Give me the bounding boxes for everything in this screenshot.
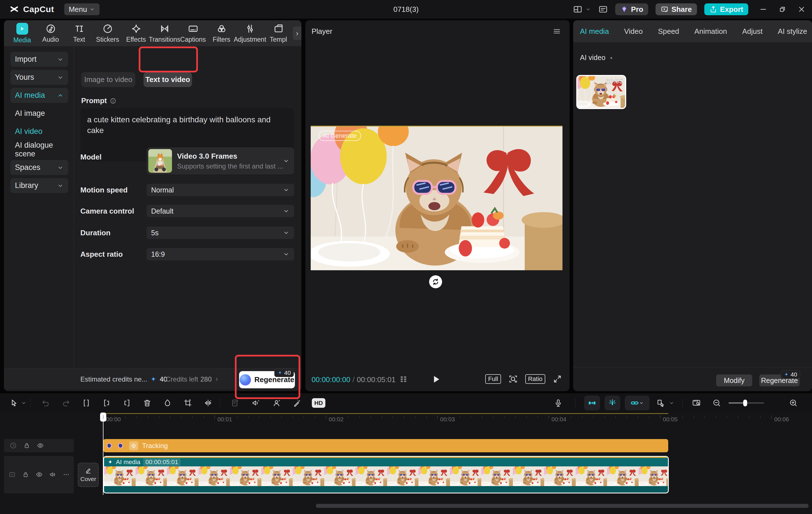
inspector-tab-ai-media[interactable]: AI media <box>580 27 609 36</box>
undo-button[interactable] <box>39 397 52 409</box>
cover-button[interactable]: Cover <box>78 463 99 487</box>
media-tab-effects[interactable]: Effects <box>122 23 150 43</box>
notes-panel-icon[interactable] <box>598 4 608 14</box>
inspector-tab-video[interactable]: Video <box>624 27 643 36</box>
cover-label: Cover <box>80 476 96 482</box>
ruler-minor-tick <box>638 416 638 418</box>
delete-button[interactable] <box>141 397 153 409</box>
sidebar-item-import[interactable]: Import <box>10 52 68 67</box>
menu-button[interactable]: Menu <box>64 3 99 15</box>
hd-enhance-button[interactable]: HD <box>312 398 325 408</box>
redo-button[interactable] <box>60 397 72 409</box>
inspector-tab-adjust[interactable]: Adjust <box>742 27 762 36</box>
mask-button[interactable] <box>161 397 174 409</box>
model-select[interactable]: Video 3.0 Frames Supports setting the fi… <box>147 147 294 175</box>
layout-panels-icon[interactable] <box>573 4 582 14</box>
split-keep-right-button[interactable] <box>121 397 133 409</box>
link-chevron-icon[interactable] <box>639 400 644 405</box>
speaker-icon[interactable] <box>49 471 56 478</box>
ai-video-thumbnail[interactable]: 00:05 <box>576 75 626 109</box>
ai-character-button[interactable] <box>271 397 283 409</box>
video-preview[interactable]: AI Generate <box>311 126 562 270</box>
camera-control-select[interactable]: Default <box>147 205 294 217</box>
export-button[interactable]: Export <box>704 3 748 15</box>
mirror-flip-button[interactable] <box>202 397 214 409</box>
zoom-slider-thumb[interactable] <box>743 400 747 406</box>
media-tab-audio[interactable]: Audio <box>36 23 65 43</box>
full-button[interactable]: Full <box>485 374 501 384</box>
restore-window-icon[interactable] <box>778 5 787 13</box>
eye-icon[interactable] <box>35 471 43 478</box>
modify-button[interactable]: Modify <box>716 374 752 386</box>
minimize-icon[interactable] <box>759 5 767 13</box>
inspector-tab-speed[interactable]: Speed <box>658 27 679 36</box>
sidebar-item-ai-image[interactable]: AI image <box>10 106 68 121</box>
voice-separation-button[interactable] <box>250 397 262 409</box>
tracking-track-clip[interactable]: Tracking <box>103 439 668 452</box>
tab-text-to-video[interactable]: Text to video <box>144 72 192 87</box>
record-voiceover-button[interactable] <box>552 397 564 409</box>
share-button[interactable]: Share <box>656 3 697 15</box>
close-icon[interactable] <box>798 5 806 13</box>
media-tab-media[interactable]: Media <box>8 23 36 44</box>
media-tab-text[interactable]: Text <box>65 23 93 43</box>
media-tab-adjustment[interactable]: Adjustment <box>236 23 264 43</box>
timeline-zoom-slider[interactable] <box>729 402 764 403</box>
fullscreen-icon[interactable] <box>553 374 562 384</box>
lock-icon[interactable] <box>22 471 29 478</box>
video-track-icon[interactable] <box>8 471 16 478</box>
layout-chevron-icon[interactable] <box>585 6 591 12</box>
media-tab-filters[interactable]: Filters <box>207 23 236 43</box>
preview-zoom-icon[interactable] <box>509 374 518 384</box>
info-icon[interactable] <box>110 97 116 104</box>
inspector-tab-animation[interactable]: Animation <box>694 27 727 36</box>
split-button[interactable] <box>80 397 92 409</box>
aspect-ratio-select[interactable]: 16:9 <box>147 248 294 261</box>
snap-toggle-button[interactable] <box>584 396 600 410</box>
inspector-tab-ai-stylize[interactable]: AI stylize <box>778 27 807 36</box>
media-tab-transitions[interactable]: Transitions <box>150 23 179 43</box>
pro-button[interactable]: Pro <box>615 3 648 15</box>
split-keep-left-button[interactable] <box>100 397 113 409</box>
toolbar-expand-button[interactable]: › <box>293 27 301 40</box>
sidebar-item-spaces[interactable]: Spaces <box>10 160 68 175</box>
clock-icon[interactable] <box>9 442 17 449</box>
select-tool-chevron-icon[interactable] <box>21 400 27 406</box>
playhead-handle[interactable] <box>100 413 106 422</box>
magic-edit-button[interactable] <box>291 397 303 409</box>
lock-icon[interactable] <box>23 442 30 449</box>
sidebar-item-ai-media[interactable]: AI media <box>10 88 68 103</box>
motion-speed-select[interactable]: Normal <box>147 184 294 196</box>
ruler-minor-tick <box>281 416 282 418</box>
ai-media-clip[interactable]: AI media 00:00:05:01 <box>103 456 669 493</box>
eye-icon[interactable] <box>37 442 44 449</box>
tab-image-to-video[interactable]: Image to video <box>81 72 135 87</box>
media-tab-templ[interactable]: Templ <box>264 23 293 43</box>
media-tab-captions[interactable]: Captions <box>179 23 207 43</box>
sidebar-item-ai-dialogue-scene[interactable]: AI dialogue scene <box>10 142 68 157</box>
ratio-button[interactable]: Ratio <box>525 374 545 384</box>
link-toggle-button[interactable] <box>625 396 649 410</box>
marker-toggle-button[interactable] <box>605 396 620 410</box>
timeline-zoom-out-button[interactable] <box>710 397 723 409</box>
extract-script-button[interactable] <box>229 397 241 409</box>
crop-button[interactable] <box>181 397 194 409</box>
credits-left[interactable]: Credits left 280 <box>166 369 220 390</box>
timeline-zoom-in-button[interactable] <box>787 397 800 409</box>
selection-mode-chevron-icon[interactable] <box>669 400 674 406</box>
more-options-icon[interactable] <box>63 471 70 478</box>
player-menu-icon[interactable] <box>553 27 561 35</box>
timeline-horizontal-scrollbar[interactable] <box>316 504 809 508</box>
sidebar-item-yours[interactable]: Yours <box>10 70 68 85</box>
duration-select[interactable]: 5s <box>147 226 294 239</box>
sidebar-item-library[interactable]: Library <box>10 178 68 193</box>
ai-video-section-header[interactable]: AI video <box>580 54 614 62</box>
rotate-handle[interactable] <box>429 275 442 288</box>
select-tool-button[interactable] <box>8 397 20 409</box>
frame-grid-icon[interactable] <box>399 375 408 384</box>
play-button[interactable] <box>430 374 441 385</box>
selection-mode-button[interactable] <box>655 397 667 409</box>
sidebar-item-ai-video[interactable]: AI video <box>10 124 68 139</box>
preview-quality-button[interactable] <box>690 397 703 409</box>
media-tab-stickers[interactable]: Stickers <box>93 23 122 43</box>
